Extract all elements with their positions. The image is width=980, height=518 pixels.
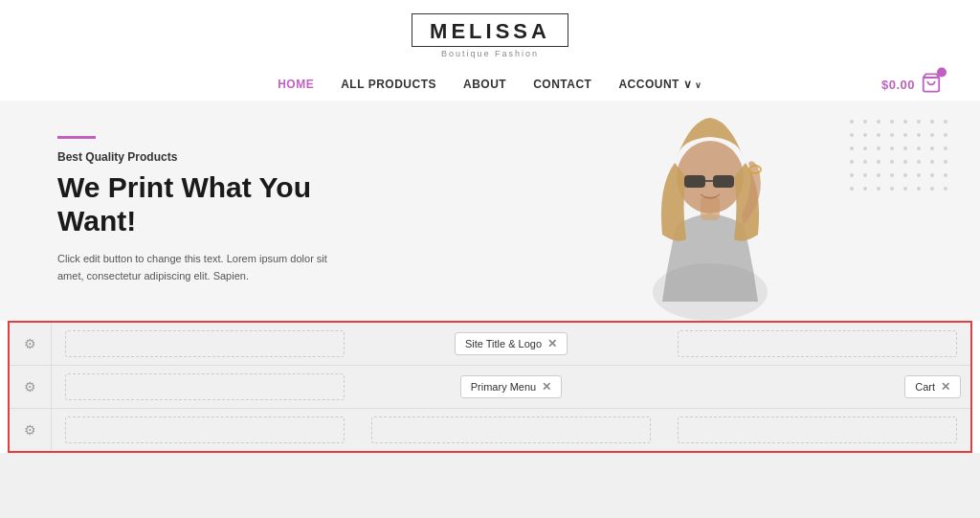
editor-row2-right-zone: Cart ✕ xyxy=(664,366,970,408)
hero-accent-line xyxy=(57,136,96,139)
hero-title: We Print What You Want! xyxy=(57,171,345,237)
cart-area[interactable]: $0.00 xyxy=(881,73,942,97)
gear-icon-row1[interactable]: ⚙ xyxy=(10,323,52,365)
nav-item-all-products[interactable]: ALL PRODUCTS xyxy=(341,78,436,91)
website-preview: MELISSA Boutique Fashion HOME ALL PRODUC… xyxy=(0,0,980,453)
nav-item-account[interactable]: ACCOUNT ∨ xyxy=(618,78,702,91)
editor-overlay: ⚙ Site Title & Logo ✕ ⚙ xyxy=(8,321,972,453)
site-title-logo-chip[interactable]: Site Title & Logo ✕ xyxy=(455,332,568,355)
editor-row2-center-zone: Primary Menu ✕ xyxy=(358,366,664,408)
logo-title: MELISSA xyxy=(430,19,550,43)
gear-icon-row2[interactable]: ⚙ xyxy=(10,366,52,408)
hero-subtitle: Best Quality Products xyxy=(57,150,345,164)
svg-rect-4 xyxy=(684,175,705,188)
gear-icon-row3[interactable]: ⚙ xyxy=(10,409,52,451)
editor-row3-left-zone xyxy=(52,409,358,451)
editor-row2-left-zone xyxy=(52,366,358,408)
drop-zone-row3-center[interactable] xyxy=(371,417,651,443)
nav-item-contact[interactable]: CONTACT xyxy=(533,78,591,91)
editor-row3-right-zone xyxy=(664,409,970,451)
cart-price: $0.00 xyxy=(881,78,915,92)
logo-sub: Boutique Fashion xyxy=(441,49,539,58)
site-nav: HOME ALL PRODUCTS ABOUT CONTACT ACCOUNT … xyxy=(0,68,980,101)
site-header: MELISSA Boutique Fashion HOME ALL PRODUC… xyxy=(0,0,980,101)
editor-row-3: ⚙ xyxy=(10,409,970,451)
cart-badge xyxy=(937,68,947,78)
cart-label: Cart xyxy=(915,381,935,393)
hero-image-area xyxy=(441,101,980,321)
primary-menu-chip[interactable]: Primary Menu ✕ xyxy=(460,375,562,398)
site-logo-area: MELISSA Boutique Fashion xyxy=(412,13,568,58)
cart-chip[interactable]: Cart ✕ xyxy=(904,375,961,398)
site-title-logo-label: Site Title & Logo xyxy=(465,338,542,349)
svg-rect-5 xyxy=(713,175,734,188)
nav-item-home[interactable]: HOME xyxy=(278,78,314,91)
hero-desc: Click edit button to change this text. L… xyxy=(57,251,345,284)
drop-zone-row3-right[interactable] xyxy=(678,417,957,443)
editor-row-1: ⚙ Site Title & Logo ✕ xyxy=(10,323,970,366)
editor-row1-left-zone xyxy=(52,323,358,365)
cart-close[interactable]: ✕ xyxy=(941,380,950,394)
primary-menu-close[interactable]: ✕ xyxy=(542,380,551,394)
logo-box: MELISSA xyxy=(412,13,568,47)
drop-zone-row1-right[interactable] xyxy=(678,330,957,357)
hero-section: Best Quality Products We Print What You … xyxy=(0,101,980,321)
cart-icon-wrap xyxy=(921,73,942,97)
editor-row1-center-zone: Site Title & Logo ✕ xyxy=(358,323,664,365)
site-title-logo-close[interactable]: ✕ xyxy=(547,337,557,350)
hero-content: Best Quality Products We Print What You … xyxy=(0,107,402,313)
nav-item-about[interactable]: ABOUT xyxy=(463,78,506,91)
dots-decoration xyxy=(850,120,951,194)
drop-zone-row3-left[interactable] xyxy=(65,417,345,443)
editor-row3-center-zone xyxy=(358,409,664,451)
editor-row1-right-zone xyxy=(664,323,970,365)
drop-zone-row2-left[interactable] xyxy=(65,373,345,400)
editor-row-2: ⚙ Primary Menu ✕ Cart ✕ xyxy=(10,366,970,409)
woman-figure xyxy=(590,101,830,321)
primary-menu-label: Primary Menu xyxy=(471,381,536,393)
drop-zone-row1-left[interactable] xyxy=(65,330,345,357)
